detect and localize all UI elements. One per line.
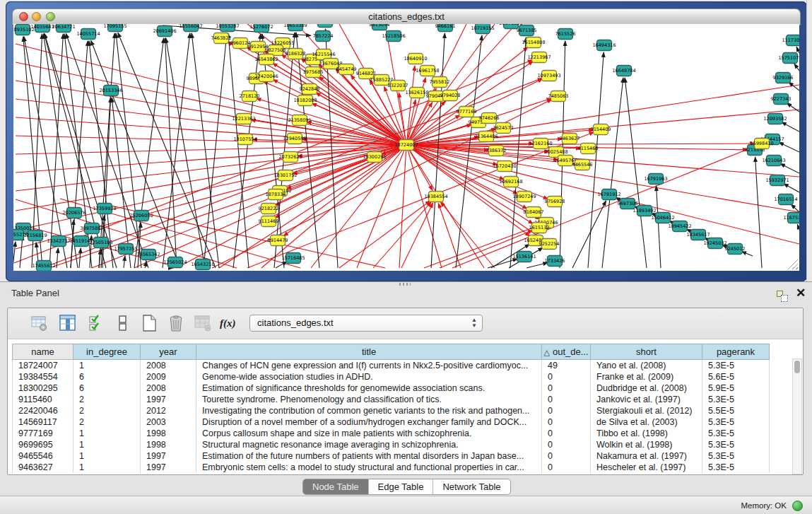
table-cell[interactable]: 14569117: [13, 416, 73, 428]
table-cell[interactable]: Estimation of the future numbers of pati…: [196, 450, 542, 462]
graph-node-teal[interactable]: 15716485: [281, 253, 305, 264]
graph-node-teal[interactable]: 16648784: [612, 66, 635, 76]
graph-node-yellow[interactable]: 19384554: [424, 192, 447, 202]
table-row[interactable]: 911546021997Tourette syndrome. Phenomeno…: [13, 394, 770, 405]
node-attribute-table[interactable]: namein_degreeyeartitle△out_de...shortpag…: [12, 344, 770, 473]
graph-node-teal[interactable]: 9671385: [517, 25, 537, 36]
graph-node-yellow[interactable]: 9746266: [479, 113, 500, 124]
table-row[interactable]: 1938455462009Genome-wide association stu…: [13, 371, 770, 382]
graph-node-teal[interactable]: 16543210: [191, 259, 214, 270]
graph-node-teal[interactable]: 8813054: [370, 24, 390, 30]
function-builder-icon[interactable]: f(x): [220, 313, 240, 333]
table-cell[interactable]: 5.3E-5: [702, 394, 770, 405]
table-cell[interactable]: Tibbo et al. (1998): [591, 428, 702, 439]
graph-node-teal[interactable]: 9245012: [725, 244, 746, 255]
scrollbar-thumb[interactable]: [794, 361, 800, 373]
graph-node-teal[interactable]: 12093582: [763, 114, 787, 124]
graph-node-teal[interactable]: 9329366: [773, 73, 794, 83]
table-row[interactable]: 1872400712008Changes of HCN gene express…: [13, 360, 770, 372]
select-column-icon[interactable]: [58, 313, 78, 333]
graph-node-yellow[interactable]: 9242848: [300, 84, 320, 95]
graph-node-teal[interactable]: 16494316: [592, 40, 616, 51]
network-window-titlebar[interactable]: citations_edges.txt: [12, 8, 801, 25]
table-cell[interactable]: 19384554: [13, 371, 73, 382]
table-cell[interactable]: 1997: [141, 450, 196, 462]
table-cell[interactable]: 5.3E-5: [702, 439, 770, 450]
graph-node-yellow[interactable]: 8454749: [336, 64, 357, 75]
graph-node-yellow[interactable]: 7386372: [486, 146, 507, 156]
row-selector-icon[interactable]: [113, 313, 133, 333]
table-row[interactable]: 1830029562008Estimation of significance …: [13, 382, 770, 394]
graph-node-yellow[interactable]: 9465546: [572, 160, 593, 170]
table-cell[interactable]: 0: [542, 462, 591, 473]
graph-node-teal[interactable]: 15556047: [179, 24, 202, 32]
graph-node-yellow[interactable]: 16720430: [493, 161, 516, 172]
table-row[interactable]: 946362711997Embryonic stem cells: a mode…: [13, 462, 770, 473]
table-cell[interactable]: 0: [542, 371, 591, 382]
column-header-name[interactable]: name: [13, 344, 73, 360]
table-cell[interactable]: 5.5E-5: [702, 405, 770, 416]
table-cell[interactable]: 1997: [141, 394, 196, 405]
table-row[interactable]: 969969511998Structural magnetic resonanc…: [13, 439, 770, 450]
splitter-handle-icon[interactable]: [399, 283, 411, 286]
table-cell[interactable]: 1: [73, 450, 141, 462]
table-cell[interactable]: 2: [73, 416, 141, 428]
graph-node-yellow[interactable]: 9252254: [539, 239, 560, 250]
table-cell[interactable]: Jankovic et al. (1997): [591, 394, 702, 405]
table-cell[interactable]: 5.3E-5: [702, 462, 770, 473]
graph-node-teal[interactable]: 11173021: [782, 35, 799, 46]
graph-node-yellow[interactable]: 12213967: [527, 52, 551, 63]
table-select-dropdown[interactable]: citations_edges.txt ▲▼: [249, 315, 483, 332]
table-cell[interactable]: 0: [542, 382, 591, 394]
table-cell[interactable]: 6: [73, 371, 141, 382]
graph-node-teal[interactable]: 15751074: [778, 53, 799, 64]
table-cell[interactable]: 5.3E-5: [702, 360, 770, 372]
table-cell[interactable]: 49: [542, 360, 591, 372]
column-header-title[interactable]: title: [196, 344, 542, 360]
graph-node-yellow[interactable]: 9154409: [591, 124, 611, 135]
table-cell[interactable]: 2008: [141, 360, 196, 372]
table-cell[interactable]: 2009: [141, 371, 196, 382]
table-cell[interactable]: Franke et al. (2009): [591, 371, 702, 382]
graph-node-teal[interactable]: 17957255: [114, 244, 137, 255]
graph-node-teal[interactable]: 15136141: [512, 252, 536, 262]
memory-ok-icon[interactable]: [792, 501, 803, 511]
graph-node-yellow[interactable]: 10692168: [499, 177, 522, 187]
graph-node-teal[interactable]: 12565024: [163, 257, 187, 268]
tab-node-table[interactable]: Node Table: [303, 479, 368, 494]
table-row[interactable]: 977716911998Corpus callosum shape and si…: [13, 428, 770, 439]
graph-node-teal[interactable]: 17095155: [103, 24, 126, 32]
table-cell[interactable]: Disruption of a novel member of a sodium…: [196, 416, 542, 428]
table-row[interactable]: 1456911722003Disruption of a novel membe…: [13, 416, 770, 428]
column-header-year[interactable]: year: [141, 344, 196, 360]
graph-node-teal[interactable]: 20206576: [62, 208, 86, 218]
table-cell[interactable]: 5.6E-5: [702, 371, 770, 382]
table-cell[interactable]: Estimation of significance thresholds fo…: [196, 382, 542, 394]
graph-node-teal[interactable]: 20153346: [99, 86, 122, 96]
table-cell[interactable]: 0: [542, 428, 591, 439]
graph-node-teal[interactable]: 30975887: [80, 223, 103, 234]
column-header-pagerank[interactable]: pagerank: [702, 344, 770, 360]
graph-node-teal[interactable]: 15276072: [249, 24, 273, 33]
table-cell[interactable]: Nakamura et al. (1997): [591, 450, 702, 462]
citation-network-graph[interactable]: 1893510214035643206347211405571417095155…: [13, 24, 799, 271]
table-cell[interactable]: 0: [542, 394, 591, 405]
graph-node-yellow[interactable]: 1615132: [529, 223, 550, 233]
graph-node-teal[interactable]: 9466161: [435, 24, 456, 32]
table-cell[interactable]: 1998: [141, 428, 196, 439]
graph-node-yellow[interactable]: 7485063: [548, 91, 569, 102]
table-cell[interactable]: 1: [73, 462, 141, 473]
graph-node-yellow[interactable]: 9463627: [560, 134, 580, 144]
table-cell[interactable]: 5.9E-5: [702, 382, 770, 394]
graph-node-teal[interactable]: 17455612: [32, 261, 55, 271]
graph-node-teal[interactable]: 18429731: [313, 24, 336, 28]
table-cell[interactable]: de Silva et al. (2003): [591, 416, 702, 428]
table-cell[interactable]: 9115460: [13, 394, 73, 405]
graph-node-teal[interactable]: 17359928: [93, 204, 116, 214]
graph-node-yellow[interactable]: 18640910: [404, 54, 427, 64]
graph-node-teal[interactable]: 9697306: [618, 199, 638, 209]
table-cell[interactable]: Dudbridge et al. (2008): [591, 382, 702, 394]
graph-node-teal[interactable]: 20634721: [52, 24, 75, 33]
tab-network-table[interactable]: Network Table: [433, 479, 510, 494]
table-cell[interactable]: Changes of HCN gene expression and I(f) …: [196, 360, 542, 372]
